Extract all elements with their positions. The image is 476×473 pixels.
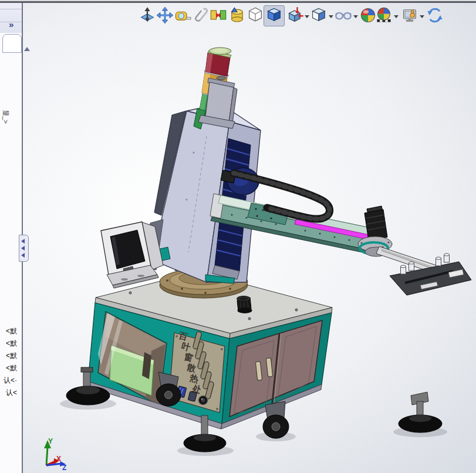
normal-to-view-icon[interactable] (139, 6, 156, 24)
tree-item[interactable]: <默 (0, 326, 17, 336)
tabletop-knob[interactable] (237, 296, 252, 314)
edit-appearance-icon[interactable] (359, 6, 377, 24)
revolve-cut-icon[interactable] (228, 6, 246, 24)
axis-triad: Y X Z (44, 437, 66, 472)
apply-scene-dropdown-caret[interactable] (394, 15, 399, 18)
wireframe-display-icon[interactable] (247, 6, 264, 24)
tree-item[interactable]: 认< (0, 388, 17, 397)
mate-icon[interactable] (210, 6, 227, 24)
tree-item[interactable]: <默 (0, 339, 17, 348)
hide-show-dropdown-caret[interactable] (353, 15, 358, 18)
x-axis-label: X (56, 455, 61, 463)
view-settings-dropdown-caret[interactable] (420, 15, 424, 18)
panel-splitter-handle[interactable] (19, 235, 29, 262)
tree-item[interactable]: 认<· (0, 376, 17, 385)
vertical-tab-label[interactable]: 显_> (2, 105, 10, 129)
pan-icon[interactable] (156, 6, 174, 24)
shaded-display-icon[interactable] (265, 6, 283, 24)
attach-clip-icon[interactable] (192, 6, 210, 24)
measure-icon[interactable] (174, 6, 191, 24)
apply-scene-icon[interactable] (375, 6, 393, 24)
view-orientation-dropdown-caret[interactable] (329, 15, 333, 18)
hide-show-items-icon[interactable] (335, 6, 352, 24)
view-orientation-icon[interactable] (310, 6, 328, 24)
y-axis-label: Y (48, 437, 53, 445)
scroll-up-arrow-icon[interactable] (24, 47, 30, 51)
end-effector[interactable] (358, 206, 471, 295)
tree-item[interactable]: <默 (0, 351, 17, 360)
section-view-icon[interactable] (286, 6, 304, 24)
section-view-dropdown-caret[interactable] (305, 15, 309, 18)
z-axis-label: Z (62, 464, 66, 472)
view-settings-icon[interactable] (401, 6, 418, 24)
rebuild-icon[interactable] (426, 6, 444, 24)
graphics-area[interactable]: 百 叶 窗 散 热 处 (0, 0, 476, 473)
tree-item[interactable]: <默 (0, 363, 17, 373)
view-toolbar (0, 0, 476, 31)
feature-tree-pane-top (2, 34, 22, 53)
z-motor[interactable] (194, 76, 237, 129)
